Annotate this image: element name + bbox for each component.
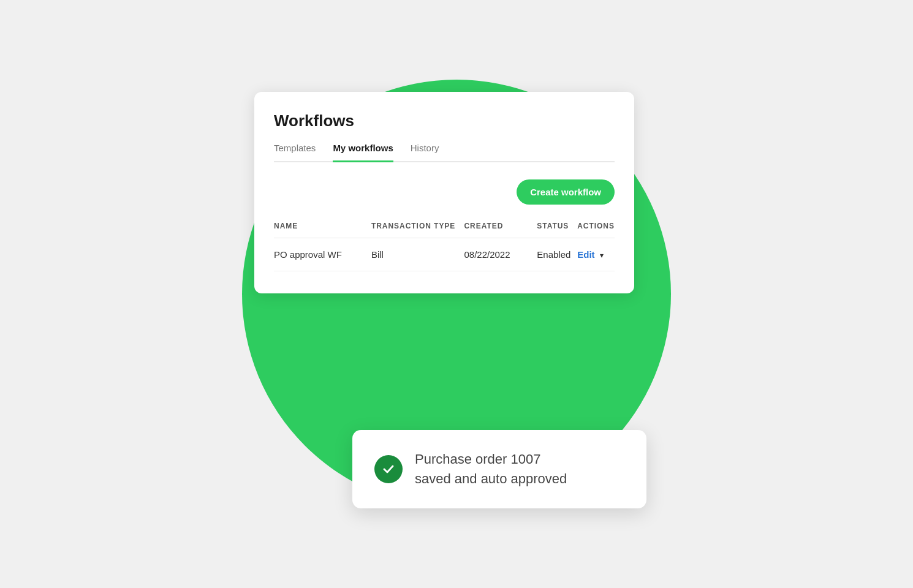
col-header-name: NAME [274, 222, 371, 238]
workflows-table: NAME TRANSACTION TYPE CREATED STATUS ACT… [274, 222, 615, 271]
table-row: PO approval WF Bill 08/22/2022 Enabled E… [274, 238, 615, 271]
col-header-transaction-type: TRANSACTION TYPE [371, 222, 464, 238]
dropdown-arrow-icon[interactable]: ▾ [600, 251, 604, 260]
tab-bar: Templates My workflows History [274, 143, 615, 162]
page-title: Workflows [274, 111, 615, 130]
status-badge: Enabled [537, 249, 570, 260]
cell-name: PO approval WF [274, 238, 371, 271]
notification-text: Purchase order 1007 saved and auto appro… [415, 450, 567, 489]
notification-line2: saved and auto approved [415, 471, 567, 486]
scene: Workflows Templates My workflows History… [181, 43, 732, 545]
col-header-actions: ACTIONS [577, 222, 615, 238]
notification-line1: Purchase order 1007 [415, 451, 540, 467]
create-workflow-button[interactable]: Create workflow [517, 179, 615, 205]
col-header-status: STATUS [537, 222, 577, 238]
tab-history[interactable]: History [411, 143, 439, 162]
notification-card: Purchase order 1007 saved and auto appro… [352, 430, 646, 508]
edit-link[interactable]: Edit [577, 249, 594, 260]
cell-transaction-type: Bill [371, 238, 464, 271]
workflows-card: Workflows Templates My workflows History… [254, 92, 634, 293]
tab-templates[interactable]: Templates [274, 143, 316, 162]
check-icon [382, 462, 395, 476]
toolbar: Create workflow [274, 179, 615, 205]
col-header-created: CREATED [464, 222, 537, 238]
table-header-row: NAME TRANSACTION TYPE CREATED STATUS ACT… [274, 222, 615, 238]
success-icon-circle [374, 455, 403, 483]
cell-created: 08/22/2022 [464, 238, 537, 271]
tab-my-workflows[interactable]: My workflows [333, 143, 393, 162]
